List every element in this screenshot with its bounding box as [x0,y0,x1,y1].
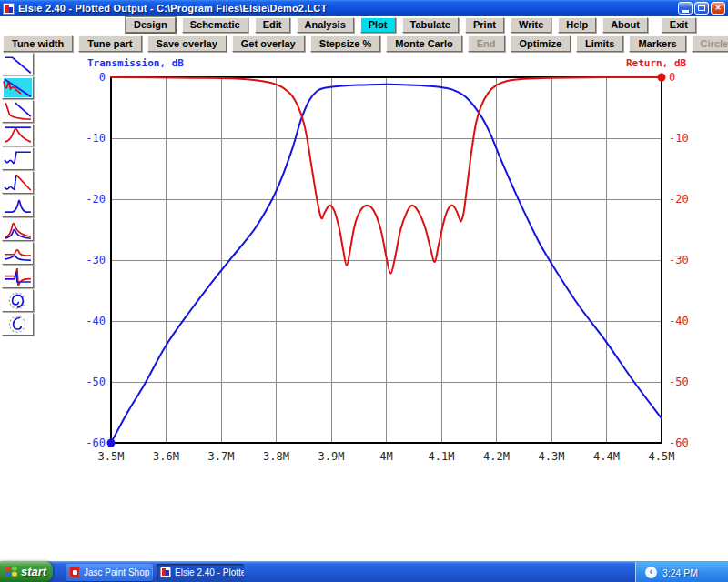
x-axis-tick: 4.1M [418,450,465,463]
sidebar-transmission-return-plot-selected[interactable] [2,76,34,99]
y-axis-left-tick: 0 [67,70,106,85]
tool-get-overlay[interactable]: Get overlay [232,35,305,52]
tool-markers[interactable]: Markers [629,35,685,52]
x-axis-tick: 4.3M [528,450,575,463]
menu-print[interactable]: Print [465,17,504,33]
sidebar-phase-plot[interactable] [2,266,34,288]
y-axis-left-tick: -60 [67,436,106,450]
plot-output-area: Transmission, dB Return, dB 00-10-10-20-… [35,53,728,480]
task-label: Elsie 2.40 - Plotted O... [175,567,244,577]
menu-row: DesignSchematicEditAnalysisPlotTabulateP… [0,16,728,34]
menu-design[interactable]: Design [126,17,176,33]
y-axis-right-tick: -30 [669,253,707,267]
y-axis-right-tick: -10 [669,131,707,146]
sidebar-step-response-plot[interactable] [2,242,34,265]
sidebar-transmission-plot[interactable] [2,53,34,75]
x-axis-tick: 3.9M [308,450,355,463]
tool-save-overlay[interactable]: Save overlay [147,35,227,52]
x-axis-tick: 3.5M [87,450,135,463]
desktop: Elsie 2.40 - Plotted Output - C:\Program… [0,0,728,582]
sidebar-smith-chart[interactable] [2,289,34,312]
elsie-app-icon [160,567,171,577]
menu-about[interactable]: About [602,17,648,33]
close-button[interactable]: ✕ [711,2,725,15]
system-tray: ‹ 3:24 PM [635,562,728,582]
task-label: Jasc Paint Shop Pro [84,567,153,577]
return-endpoint-marker[interactable] [658,74,666,82]
right-axis-title: Return, dB [626,57,686,69]
x-axis-tick: 4.5M [638,450,685,463]
start-label: start [21,565,46,578]
windows-logo-icon [5,566,17,577]
y-axis-left-tick: -30 [67,253,106,267]
tool-circles: Circles [692,35,728,52]
y-axis-right-tick: -50 [669,375,707,389]
transmission-return-chart [111,77,662,443]
y-axis-right-tick: -20 [669,192,707,206]
y-axis-left-tick: -20 [67,192,106,206]
exit-button[interactable]: Exit [662,17,696,33]
tool-stepsize[interactable]: Stepsize % [310,35,380,52]
task-buttons: Jasc Paint Shop ProElsie 2.40 - Plotted … [66,564,244,581]
transmission-endpoint-marker[interactable] [107,439,116,447]
hide-icons-chevron-icon[interactable]: ‹ [645,567,657,578]
tool-tune-part[interactable]: Tune part [78,35,141,52]
tool-end: End [468,35,505,52]
start-button[interactable]: start [0,561,53,582]
x-axis-tick: 4M [363,450,410,463]
menu-write[interactable]: Write [511,17,551,33]
tool-monte-carlo[interactable]: Monte Carlo [386,35,462,52]
sidebar-group-delay-plot[interactable] [2,124,34,146]
plot-type-sidebar [2,53,35,336]
paint-app-icon [69,567,80,577]
menu-analysis[interactable]: Analysis [297,17,354,33]
window-title: Elsie 2.40 - Plotted Output - C:\Program… [18,3,327,14]
sidebar-polar-chart[interactable] [2,313,34,336]
tool-optimize[interactable]: Optimize [511,35,571,52]
task-jasc-paint-shop-pro[interactable]: Jasc Paint Shop Pro [66,564,153,581]
menu-edit[interactable]: Edit [255,17,290,33]
y-axis-left-tick: -40 [67,314,106,328]
task-elsie-2-40-plotted-o[interactable]: Elsie 2.40 - Plotted O... [157,564,244,581]
menu-tabulate[interactable]: Tabulate [402,17,459,33]
menu-plot[interactable]: Plot [360,17,396,33]
sidebar-impedance-plot[interactable] [2,171,34,194]
menu-help[interactable]: Help [558,17,596,33]
plot-canvas [111,77,662,443]
taskbar: start Jasc Paint Shop ProElsie 2.40 - Pl… [0,561,728,582]
y-axis-left-tick: -50 [67,375,106,389]
left-axis-title: Transmission, dB [87,57,184,69]
x-axis-tick: 3.8M [253,450,300,463]
restore-button[interactable] [694,2,709,15]
y-axis-right-tick: -60 [669,436,707,450]
x-axis-tick: 4.2M [473,450,521,463]
menu-schematic[interactable]: Schematic [182,17,248,33]
y-axis-left-tick: -10 [67,131,106,146]
x-axis-tick: 3.6M [143,450,190,463]
tool-limits[interactable]: Limits [576,35,623,52]
sidebar-vswr-plot[interactable] [2,147,34,170]
sidebar-impulse-response-plot[interactable] [2,218,34,241]
app-icon [3,3,15,15]
toolbar-row: Tune widthTune partSave overlayGet overl… [0,34,728,53]
x-axis-tick: 4.4M [583,450,631,463]
taskbar-clock: 3:24 PM [662,567,698,578]
x-axis-tick: 3.7M [197,450,245,463]
title-bar[interactable]: Elsie 2.40 - Plotted Output - C:\Program… [0,0,728,16]
y-axis-right-tick: -40 [669,314,707,328]
y-axis-right-tick: 0 [669,70,707,85]
sidebar-q-factor-plot[interactable] [2,195,34,217]
tool-tune-width[interactable]: Tune width [3,35,73,52]
minimize-button[interactable] [678,2,693,15]
sidebar-return-loss-plot[interactable] [2,100,34,123]
